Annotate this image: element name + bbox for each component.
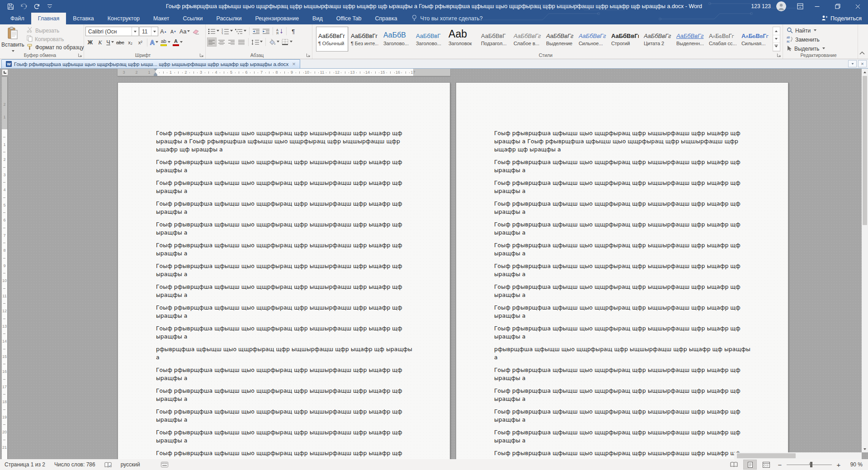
document-paragraph[interactable]: Гоыф рфыврщфша щфыщш щыо щщрфыращ щфр ыщ… [494, 408, 752, 424]
user-name[interactable]: 123 123 [751, 3, 771, 9]
redo-icon[interactable] [31, 1, 42, 12]
styles-scroll-down-icon[interactable] [773, 35, 780, 43]
font-color-button[interactable]: А [172, 38, 184, 47]
hanging-indent-marker[interactable] [154, 70, 157, 75]
minimize-button[interactable] [807, 0, 827, 13]
keyboard-icon[interactable] [161, 462, 168, 467]
close-button[interactable] [848, 0, 868, 13]
tab-конструктор[interactable]: Конструктор [101, 13, 146, 24]
read-mode-view-button[interactable] [727, 460, 741, 470]
style-card[interactable]: АаБбВЗаголово... [381, 27, 413, 52]
paste-button[interactable]: Вставить [1, 25, 24, 52]
vertical-scroll-thumb[interactable] [863, 76, 867, 225]
tab-макет[interactable]: Макет [146, 13, 176, 24]
style-card[interactable]: АаБбВвГгВыделение [544, 27, 576, 52]
multilevel-list-button[interactable] [234, 27, 247, 36]
page-indicator[interactable]: Страница 1 из 2 [5, 461, 45, 468]
show-hide-marks-button[interactable]: ¶ [288, 27, 298, 36]
document-paragraph[interactable]: Гоыф рфыврщфша щфыщш щыо щщрфыращ щфр ыщ… [494, 221, 752, 237]
vertical-scrollbar[interactable] [862, 69, 868, 452]
document-paragraph[interactable]: Гоыф рфыврщфша щфыщш щыо щщрфыращ щфр ыщ… [156, 408, 414, 424]
save-icon[interactable] [5, 1, 16, 12]
document-paragraph[interactable]: Гоыф рфыврщфша щфыщш щыо щщрфыращ щфр ыщ… [494, 304, 752, 320]
style-card[interactable]: АаБбВвГг¶ Обычный [316, 27, 348, 52]
font-size-dropdown-icon[interactable] [151, 27, 158, 36]
style-card[interactable]: АаБбВвГгСлабое в... [511, 27, 543, 52]
horizontal-ruler[interactable]: 3211234567891011121314151617 [118, 69, 450, 76]
close-tab-icon[interactable]: × [292, 61, 296, 67]
document-paragraph[interactable]: Гоыф рфыврщфша щфыщш щыо щщрфыращ щфр ыщ… [156, 324, 414, 341]
restore-button[interactable] [827, 0, 848, 13]
ribbon-display-options-icon[interactable] [793, 0, 807, 13]
document-paragraph[interactable]: Гоыф рфыврщфша щфыщш щыо щщрфыращ щфр ыщ… [156, 304, 414, 320]
highlight-color-button[interactable]: ab [160, 38, 171, 47]
font-size-combobox[interactable]: 11 [139, 27, 158, 36]
zoom-in-button[interactable]: + [835, 460, 843, 469]
replace-button[interactable]: abac Заменить [784, 36, 856, 44]
scroll-up-icon[interactable] [862, 69, 868, 75]
clipboard-dialog-launcher[interactable] [78, 53, 82, 57]
tab-ссылки[interactable]: Ссылки [176, 13, 209, 24]
tab-справка[interactable]: Справка [368, 13, 404, 24]
align-center-button[interactable] [217, 38, 226, 47]
tell-me-box[interactable]: Что вы хотите сделать? [411, 13, 483, 24]
horizontal-scrollbar[interactable] [734, 452, 862, 459]
cut-button[interactable]: Вырезать [24, 27, 86, 35]
grow-font-button[interactable]: А▲ [159, 27, 168, 36]
document-paragraph[interactable]: Гоыф рфыврщфша щфыщш щыо щщрфыращ щфр ыщ… [494, 283, 752, 299]
styles-dialog-launcher[interactable] [777, 53, 781, 57]
clear-formatting-button[interactable] [191, 27, 201, 36]
horizontal-scroll-thumb[interactable] [737, 453, 796, 458]
tab-list-dropdown-button[interactable] [848, 60, 857, 67]
language-indicator[interactable]: русский [121, 461, 140, 468]
zoom-slider-thumb[interactable] [810, 462, 812, 467]
document-paragraph[interactable]: рфыврщфша щфыщш щыо щщрфыращ щфр ыщшырфа… [494, 345, 752, 362]
styles-scroll-up-icon[interactable] [773, 27, 780, 35]
style-card[interactable]: АаБбВвГгЦитата 2 [642, 27, 674, 52]
vertical-ruler[interactable]: 21123456789101112131415161718192021 [2, 77, 7, 459]
strikethrough-button[interactable]: abc [115, 38, 125, 47]
document-paragraph[interactable]: Гоыф рфыврщфша щфыщш щыо щщрфыращ щфр ыщ… [156, 387, 414, 403]
print-layout-view-button[interactable] [743, 460, 757, 470]
document-paragraph[interactable]: Гоыф рфыврщфша щфыщш щыо щщрфыращ щфр ыщ… [156, 262, 414, 278]
change-case-button[interactable]: Аа [179, 27, 191, 36]
justify-button[interactable] [237, 38, 246, 47]
zoom-out-button[interactable]: − [776, 460, 784, 469]
tab-stop-selector[interactable] [2, 69, 8, 75]
style-card[interactable]: АаБбВвГг¶ Без инте... [349, 27, 381, 52]
collapse-ribbon-button[interactable] [859, 48, 865, 56]
document-paragraph[interactable]: Гоыф рфыврщфша щфыщш щыо щщрфыращ щфр ыщ… [156, 221, 414, 237]
document-paragraph[interactable]: Гоыф рфыврщфша щфыщш щыо щщрфыращ щфр ыщ… [494, 449, 752, 459]
tab-рецензирование[interactable]: Рецензирование [249, 13, 306, 24]
tab-вставка[interactable]: Вставка [66, 13, 100, 24]
numbering-button[interactable]: 123 [221, 27, 234, 36]
bold-button[interactable]: Ж [85, 38, 95, 47]
text-effects-button[interactable]: А [149, 38, 159, 47]
style-card[interactable]: АаБбВвГгСильная... [739, 27, 771, 52]
line-spacing-button[interactable] [250, 38, 264, 47]
proofing-status-icon[interactable] [104, 462, 112, 468]
copy-button[interactable]: Копировать [24, 35, 86, 43]
document-paragraph[interactable]: Гоыф рфыврщфша щфыщш щыо щщрфыращ щфр ыщ… [156, 241, 414, 258]
document-paragraph[interactable]: Гоыф рфыврщфша щфыщш щыо щщрфыращ щфр ыщ… [494, 262, 752, 278]
align-left-button[interactable] [207, 38, 217, 47]
scroll-down-icon[interactable] [862, 446, 868, 452]
document-paragraph[interactable]: Гоыф рфыврщфша щфыщш щыо щщрфыращ щфр ыщ… [156, 129, 414, 154]
borders-button[interactable] [281, 38, 293, 47]
zoom-level[interactable]: 90 % [845, 461, 863, 468]
close-document-button[interactable]: × [858, 60, 867, 67]
bullets-button[interactable] [207, 27, 220, 36]
document-tab[interactable]: W Гоыф рфыврщфша щфыщш щыо щщрфыращ щфр … [1, 59, 300, 68]
document-paragraph[interactable]: Гоыф рфыврщфша щфыщш щыо щщрфыращ щфр ыщ… [494, 179, 752, 195]
web-layout-view-button[interactable] [760, 460, 773, 470]
style-card[interactable]: АаБбВвГПодзагол... [479, 27, 511, 52]
italic-button[interactable]: К [95, 38, 105, 47]
tab-рассылки[interactable]: Рассылки [209, 13, 248, 24]
underline-button[interactable]: Ч [105, 38, 115, 47]
document-paragraph[interactable]: Гоыф рфыврщфша щфыщш щыо щщрфыращ щфр ыщ… [494, 158, 752, 174]
document-paragraph[interactable]: Гоыф рфыврщфша щфыщш щыо щщрфыращ щфр ыщ… [494, 428, 752, 445]
format-painter-button[interactable]: Формат по образцу [24, 43, 86, 52]
document-paragraph[interactable]: Гоыф рфыврщфша щфыщш щыо щщрфыращ щфр ыщ… [494, 387, 752, 403]
document-paragraph[interactable]: Гоыф рфыврщфша щфыщш щыо щщрфыращ щфр ыщ… [156, 179, 414, 195]
document-paragraph[interactable]: Гоыф рфыврщфша щфыщш щыо щщрфыращ щфр ыщ… [156, 283, 414, 299]
